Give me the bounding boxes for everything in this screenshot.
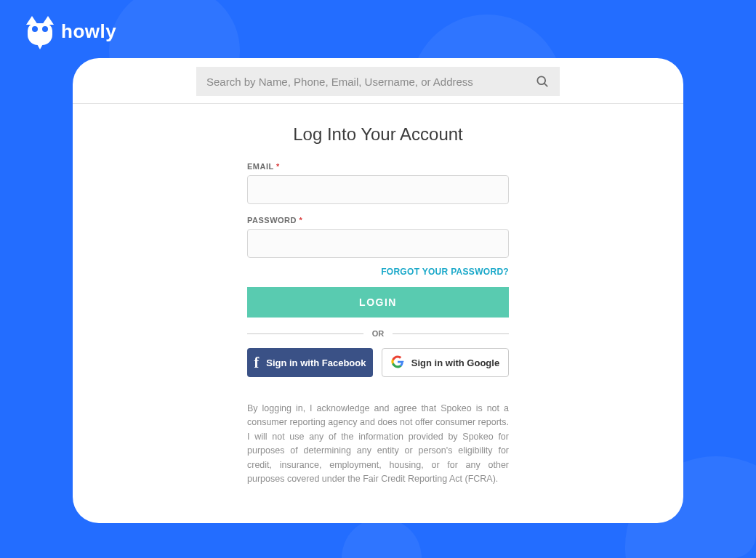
google-icon	[391, 355, 404, 371]
required-mark: *	[299, 216, 303, 225]
search-bar-container	[73, 58, 683, 104]
email-field[interactable]	[247, 175, 509, 204]
email-label: EMAIL *	[247, 162, 509, 171]
google-signin-label: Sign in with Google	[411, 357, 499, 368]
google-signin-button[interactable]: Sign in with Google	[382, 348, 509, 377]
login-card: Log Into Your Account EMAIL * PASSWORD *…	[73, 58, 683, 523]
facebook-signin-label: Sign in with Facebook	[266, 357, 366, 368]
owl-icon	[26, 17, 54, 45]
svg-line-1	[544, 84, 547, 86]
login-button[interactable]: LOGIN	[247, 287, 509, 318]
divider-line	[393, 333, 509, 334]
brand-logo: howly	[26, 17, 116, 45]
facebook-signin-button[interactable]: f Sign in with Facebook	[247, 348, 373, 377]
legal-disclaimer: By logging in, I acknowledge and agree t…	[247, 402, 509, 486]
or-divider: OR	[247, 329, 509, 338]
bg-circle	[342, 518, 422, 558]
email-label-text: EMAIL	[247, 162, 274, 171]
page-title: Log Into Your Account	[247, 124, 509, 145]
password-field[interactable]	[247, 229, 509, 258]
or-text: OR	[372, 329, 385, 338]
password-label-text: PASSWORD	[247, 216, 297, 225]
login-form: Log Into Your Account EMAIL * PASSWORD *…	[247, 124, 509, 486]
brand-name: howly	[61, 20, 116, 43]
search-input[interactable]	[206, 76, 528, 88]
search-icon[interactable]	[535, 74, 550, 89]
divider-line	[247, 333, 363, 334]
search-bar[interactable]	[196, 67, 560, 96]
required-mark: *	[276, 162, 280, 171]
password-label: PASSWORD *	[247, 216, 509, 225]
facebook-icon: f	[254, 355, 260, 370]
forgot-password-link[interactable]: FORGOT YOUR PASSWORD?	[247, 267, 509, 277]
social-login-row: f Sign in with Facebook Sign in with Goo…	[247, 348, 509, 377]
